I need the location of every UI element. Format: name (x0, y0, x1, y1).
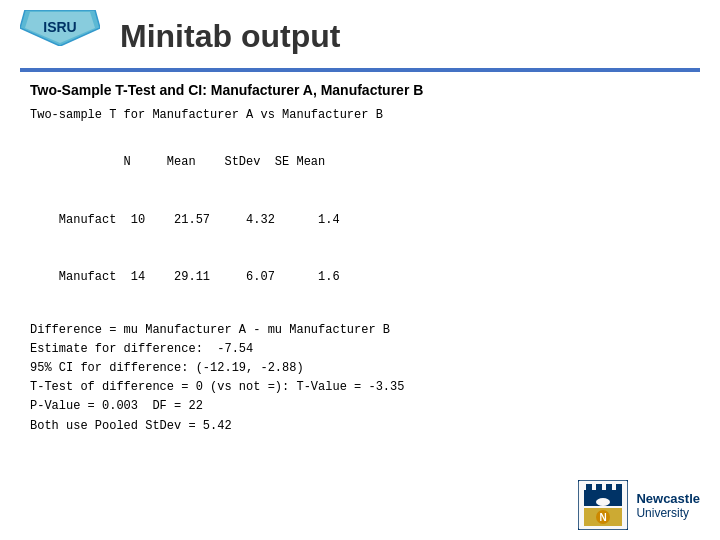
subtitle: Two-sample T for Manufacturer A vs Manuf… (30, 108, 690, 122)
svg-text:N: N (600, 512, 607, 523)
table-header: N Mean StDev SE Mean (30, 134, 690, 192)
newcastle-text-block: Newcastle University (636, 491, 700, 520)
table-row-1: Manufact 10 21.57 4.32 1.4 (30, 192, 690, 250)
newcastle-name: Newcastle (636, 491, 700, 506)
stats-line-5: Both use Pooled StDev = 5.42 (30, 417, 690, 436)
newcastle-logo: N Newcastle University (578, 480, 700, 530)
isru-badge: ISRU (20, 10, 100, 46)
stats-line-0: Difference = mu Manufacturer A - mu Manu… (30, 321, 690, 340)
stats-line-2: 95% CI for difference: (-12.19, -2.88) (30, 359, 690, 378)
newcastle-sub: University (636, 506, 689, 520)
newcastle-crest: N (578, 480, 628, 530)
stats-line-1: Estimate for difference: -7.54 (30, 340, 690, 359)
main-content: Two-Sample T-Test and CI: Manufacturer A… (30, 82, 690, 470)
stats-line-3: T-Test of difference = 0 (vs not =): T-V… (30, 378, 690, 397)
section-title: Two-Sample T-Test and CI: Manufacturer A… (30, 82, 690, 98)
svg-text:ISRU: ISRU (43, 19, 76, 35)
stats-line-4: P-Value = 0.003 DF = 22 (30, 397, 690, 416)
svg-rect-9 (596, 498, 610, 506)
stats-block: Difference = mu Manufacturer A - mu Manu… (30, 321, 690, 436)
divider (20, 68, 700, 72)
page-title: Minitab output (120, 18, 340, 55)
table-row-2: Manufact 14 29.11 6.07 1.6 (30, 249, 690, 307)
